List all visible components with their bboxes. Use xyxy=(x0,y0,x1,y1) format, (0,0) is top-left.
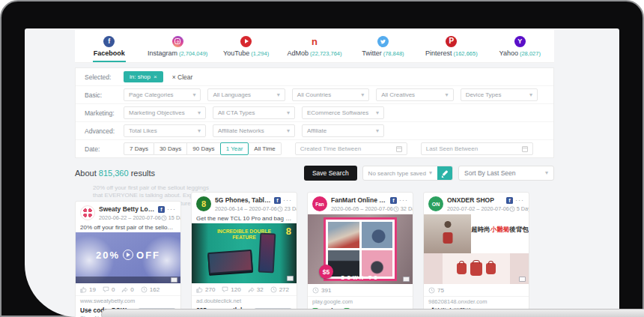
tab-instagram[interactable]: Instagram(2,704,049) xyxy=(143,30,211,62)
dropdown-countries[interactable]: All Countries▾ xyxy=(292,88,369,101)
clear-filters-button[interactable]: × Clear xyxy=(172,73,193,81)
model-photo xyxy=(424,214,471,253)
ad-text: 20% off your first pair of the sellout l… xyxy=(76,223,180,232)
dropdown-device-types[interactable]: Device Types▾ xyxy=(461,88,538,101)
instagram-icon xyxy=(172,36,183,47)
tab-label: AdMob xyxy=(287,49,309,57)
ad-destination-link[interactable]: www.sweatybetty.com xyxy=(76,295,180,306)
product-strip xyxy=(424,253,529,284)
filter-panel: Selected: in: shop× × Clear Basic: Page … xyxy=(75,67,554,158)
tab-facebook[interactable]: f Facebook xyxy=(75,30,143,62)
price-badge: $5 xyxy=(319,265,333,279)
marketing-label: Marketing: xyxy=(85,109,124,117)
save-search-button[interactable]: Save Search xyxy=(304,166,357,181)
ad-card-5g-phones: 8 5G Phones, Tablets & SIMs | ... f ··· … xyxy=(191,192,297,317)
date-30-days-button[interactable]: 30 Days xyxy=(154,142,187,155)
advertiser-name-link[interactable]: 5G Phones, Tablets & SIMs | ... xyxy=(215,196,272,204)
filter-row-basic: Basic: Page Categories▾ All Languages▾ A… xyxy=(76,85,553,103)
ad-creative-image[interactable]: 超時尚小雛菊後背包 xyxy=(424,214,529,284)
date-90-days-button[interactable]: 90 Days xyxy=(187,142,220,155)
heat-icon xyxy=(428,287,435,294)
like-count: 19 xyxy=(89,286,96,293)
heat-icon xyxy=(141,286,148,293)
basic-label: Basic: xyxy=(85,91,124,99)
dropdown-value: Affiliate xyxy=(307,127,326,134)
edit-saved-search-button[interactable] xyxy=(437,166,452,180)
tab-twitter[interactable]: Twitter(78,848) xyxy=(349,30,417,62)
tab-label: Yahoo xyxy=(499,49,518,57)
card-menu-button[interactable]: ··· xyxy=(283,199,292,202)
sort-dropdown[interactable]: Sort By Last Seen▾ xyxy=(458,166,554,181)
selected-filter-tag[interactable]: in: shop× xyxy=(124,71,163,82)
comment-icon xyxy=(222,286,228,293)
dropdown-affiliate-networks[interactable]: Affiliate Networks▾ xyxy=(213,124,295,137)
dropdown-total-likes[interactable]: Total Likes▾ xyxy=(124,124,206,137)
dropdown-page-categories[interactable]: Page Categories▾ xyxy=(124,88,201,101)
card-header: 8 5G Phones, Tablets & SIMs | ... f ··· … xyxy=(192,193,297,214)
dropdown-ecommerce-softwares[interactable]: ECommerce Softwares▾ xyxy=(302,106,384,119)
remove-tag-icon[interactable]: × xyxy=(154,73,157,80)
tab-admob[interactable]: n AdMob(22,723,764) xyxy=(280,30,348,62)
saved-search-dropdown[interactable]: No search type saved▾ xyxy=(363,166,437,180)
chevron-down-icon: ▾ xyxy=(429,170,432,176)
calendar-icon xyxy=(522,146,528,152)
ad-destination-link[interactable]: play.google.com xyxy=(308,296,413,307)
dropdown-affiliate[interactable]: Affiliate▾ xyxy=(302,124,384,137)
ad-creative-image[interactable]: DOWN TO $5 xyxy=(308,214,413,284)
ad-date-range: 2020-06-22 – 2020-07-06 xyxy=(99,214,161,221)
engagement-stats: 270 120 32 272 xyxy=(192,283,297,295)
tab-pinterest[interactable]: P Pinterest(162,665) xyxy=(417,30,485,62)
dropdown-value: ECommerce Softwares xyxy=(307,109,368,116)
device-base xyxy=(101,309,644,317)
creative-text-highlight: 小雛菊 xyxy=(490,226,510,233)
tab-count: (78,848) xyxy=(383,50,404,57)
about-prefix: About xyxy=(75,169,97,178)
creative-text: FEATURE xyxy=(232,235,256,240)
ad-creative-image[interactable]: 20%OFF xyxy=(76,232,180,283)
input-placeholder: Last Seen Between xyxy=(426,145,478,152)
ad-destination-link[interactable]: ad.doubleclick.net xyxy=(192,295,297,306)
date-7-days-button[interactable]: 7 Days xyxy=(124,142,154,155)
creative-text: OFF xyxy=(136,250,160,261)
ad-destination-link[interactable]: 986208148.onxder.com xyxy=(424,296,529,307)
created-time-between-input[interactable]: Created Time Between xyxy=(295,142,407,155)
dropdown-value: All Countries xyxy=(297,91,331,98)
advertiser-name-link[interactable]: Sweaty Betty London | Wom... xyxy=(99,205,156,213)
tab-count: (162,665) xyxy=(454,50,478,57)
ad-duration: 23 Days xyxy=(285,205,297,212)
last-seen-between-input[interactable]: Last Seen Between xyxy=(421,142,533,155)
engagement-stats: 19 0 0 162 xyxy=(76,283,180,295)
dropdown-languages[interactable]: All Languages▾ xyxy=(207,88,285,101)
advertiser-name-link[interactable]: FanMart Online Shopping - F... xyxy=(331,196,388,204)
advertiser-name-link[interactable]: ONXDER SHOP xyxy=(447,196,504,204)
dropdown-creatives[interactable]: All Creatives▾ xyxy=(376,88,453,101)
date-1-year-button[interactable]: 1 Year xyxy=(220,142,249,155)
ad-creative-image[interactable]: INCREDIBLE DOUBLEFEATURE 8 xyxy=(192,223,297,283)
calendar-icon xyxy=(396,146,402,152)
card-menu-button[interactable]: ··· xyxy=(399,199,408,202)
input-placeholder: Created Time Between xyxy=(300,145,361,152)
dropdown-marketing-objectives[interactable]: Marketing Objectives▾ xyxy=(124,106,206,119)
tab-yahoo[interactable]: Y Yahoo(28,027) xyxy=(486,30,554,62)
twitter-icon xyxy=(377,36,389,47)
creative-text: 後背包 xyxy=(509,226,529,233)
card-menu-button[interactable]: ··· xyxy=(167,208,176,211)
play-icon xyxy=(123,250,133,260)
filter-row-selected: Selected: in: shop× × Clear xyxy=(76,68,553,85)
ad-date-range: 2020-06-05 – 2020-07-06 xyxy=(331,205,393,212)
tab-youtube[interactable]: YouTube(1,294) xyxy=(212,30,280,62)
chevron-down-icon: ▾ xyxy=(545,170,548,176)
tab-label: Instagram xyxy=(148,49,177,57)
date-all-time-button[interactable]: All Time xyxy=(249,142,281,155)
facebook-badge-icon: f xyxy=(158,206,165,213)
heat-icon xyxy=(270,286,277,293)
product-collage xyxy=(323,217,397,281)
card-menu-button[interactable]: ··· xyxy=(515,199,524,202)
media-type-icon xyxy=(403,277,410,282)
facebook-badge-icon: f xyxy=(274,197,281,204)
dropdown-cta-types[interactable]: All CTA Types▾ xyxy=(213,106,295,119)
selected-label: Selected: xyxy=(85,73,124,81)
pencil-icon xyxy=(442,170,449,177)
chevron-down-icon: ▾ xyxy=(198,110,201,116)
results-bar-actions: Save Search No search type saved▾ Sort B… xyxy=(304,166,554,181)
